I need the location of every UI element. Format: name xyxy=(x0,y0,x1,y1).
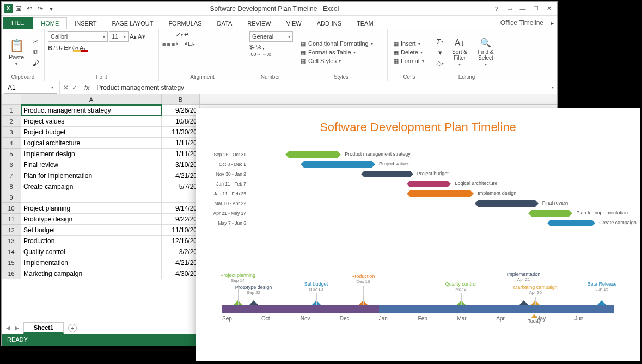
qat-dropdown-icon[interactable]: ▾ xyxy=(46,4,56,14)
tab-insert[interactable]: INSERT xyxy=(67,18,104,29)
cell[interactable]: Create campaign xyxy=(21,181,162,192)
italic-button[interactable]: I xyxy=(53,45,55,51)
sort-filter-button[interactable]: A↓ Sort & Filter▾ xyxy=(448,34,472,71)
align-middle-icon[interactable]: ≡ xyxy=(167,32,170,38)
cell[interactable]: 1/11/20 xyxy=(162,149,200,159)
close-icon[interactable]: ✕ xyxy=(543,4,555,14)
tab-formulas[interactable]: FORMULAS xyxy=(161,18,209,29)
row-header[interactable]: 2 xyxy=(2,116,21,127)
cell[interactable]: 3/10/20 xyxy=(162,159,200,170)
decrease-indent-icon[interactable]: ⇤ xyxy=(176,40,181,47)
name-box[interactable]: A1▾ xyxy=(4,82,57,94)
undo-icon[interactable]: ↶ xyxy=(25,4,34,14)
row-header[interactable]: 5 xyxy=(2,149,21,159)
office-timeline-button[interactable]: Office Timeline xyxy=(496,17,548,29)
sheet-nav-next-icon[interactable]: ▶ xyxy=(15,325,19,331)
align-center-icon[interactable]: ≡ xyxy=(167,41,170,47)
cell[interactable]: 4/30/20 xyxy=(162,268,200,279)
cell[interactable]: Final review xyxy=(21,159,162,170)
accounting-icon[interactable]: $▾ xyxy=(249,44,255,50)
cell[interactable]: Production xyxy=(21,236,162,246)
cell[interactable]: 9/26/20 xyxy=(162,105,200,116)
copy-icon[interactable]: ⧉ xyxy=(30,47,41,57)
fill-color-icon[interactable]: ◇▾ xyxy=(72,44,78,51)
help-icon[interactable]: ? xyxy=(491,4,503,14)
cell[interactable]: Prototype design xyxy=(21,214,162,225)
underline-button[interactable]: U▾ xyxy=(56,45,63,51)
minimize-icon[interactable]: — xyxy=(517,4,529,14)
cell[interactable]: 9/22/20 xyxy=(162,214,200,225)
cell[interactable] xyxy=(21,192,162,203)
row-header[interactable]: 9 xyxy=(2,192,21,203)
save-icon[interactable]: 🖫 xyxy=(14,4,23,14)
row-header[interactable]: 10 xyxy=(2,203,21,214)
cell[interactable]: Set budget xyxy=(21,225,162,236)
delete-cells-button[interactable]: ▦Delete▾ xyxy=(393,49,424,56)
column-header-b[interactable]: B xyxy=(162,94,200,104)
row-header[interactable]: 12 xyxy=(2,225,21,236)
formula-input[interactable]: Product management strategy xyxy=(93,81,548,94)
format-painter-icon[interactable]: 🖌 xyxy=(30,58,41,68)
tab-view[interactable]: VIEW xyxy=(279,18,309,29)
cell[interactable]: Project values xyxy=(21,116,162,127)
tab-data[interactable]: DATA xyxy=(210,18,240,29)
cell-styles-button[interactable]: ▦Cell Styles▾ xyxy=(301,58,373,65)
cell[interactable]: 4/21/20 xyxy=(162,257,200,268)
add-sheet-button[interactable]: + xyxy=(68,324,77,332)
wrap-text-icon[interactable]: ↵ xyxy=(184,31,189,38)
cell[interactable]: Marketing campaign xyxy=(21,268,162,279)
bold-button[interactable]: B xyxy=(48,45,52,51)
tab-pagelayout[interactable]: PAGE LAYOUT xyxy=(104,18,161,29)
redo-icon[interactable]: ↷ xyxy=(35,4,45,14)
cell[interactable]: 12/16/20 xyxy=(162,236,200,246)
paste-button[interactable]: 📋 Paste ▾ xyxy=(5,34,28,71)
row-header[interactable]: 8 xyxy=(2,181,21,192)
row-header[interactable]: 3 xyxy=(2,127,21,138)
cell[interactable]: 4/21/20 xyxy=(162,170,200,181)
tab-team[interactable]: TEAM xyxy=(349,18,381,29)
cell[interactable]: Implement design xyxy=(21,149,162,159)
format-cells-button[interactable]: ▦Format▾ xyxy=(393,58,424,65)
column-header-a[interactable]: A xyxy=(21,94,162,104)
cell[interactable]: Logical architecture xyxy=(21,138,162,149)
align-right-icon[interactable]: ≡ xyxy=(172,41,175,47)
cell[interactable]: 9/14/20 xyxy=(162,203,200,214)
increase-decimal-icon[interactable]: .00→ xyxy=(249,52,261,57)
format-as-table-button[interactable]: ▦Format as Table▾ xyxy=(301,49,373,56)
cell[interactable]: Plan for implementation xyxy=(21,170,162,181)
cell[interactable]: Project planning xyxy=(21,203,162,214)
number-format-select[interactable]: General▾ xyxy=(249,31,293,42)
row-header[interactable]: 7 xyxy=(2,170,21,181)
font-size-select[interactable]: 11▾ xyxy=(109,31,129,42)
borders-icon[interactable]: ⊞▾ xyxy=(64,44,71,51)
merge-center-icon[interactable]: ⊟▾ xyxy=(188,40,195,47)
cell[interactable]: 5/7/20 xyxy=(162,181,200,192)
align-bottom-icon[interactable]: ≡ xyxy=(172,32,175,38)
tab-addins[interactable]: ADD-INS xyxy=(309,18,349,29)
cell[interactable]: 11/10/20 xyxy=(162,225,200,236)
cell[interactable]: 3/2/20 xyxy=(162,246,200,257)
options-icon[interactable]: ▸ xyxy=(551,20,554,26)
cell[interactable]: Project budget xyxy=(21,127,162,138)
find-select-button[interactable]: 🔍 Find & Select▾ xyxy=(474,34,498,71)
sheet-nav-prev-icon[interactable]: ◀ xyxy=(6,325,10,331)
increase-indent-icon[interactable]: ⇥ xyxy=(182,40,187,47)
insert-cells-button[interactable]: ▦Insert▾ xyxy=(393,40,424,47)
tab-file[interactable]: FILE xyxy=(3,17,33,29)
fill-icon[interactable]: ▾ xyxy=(435,47,445,57)
expand-formula-icon[interactable]: ▾ xyxy=(548,85,557,90)
row-header[interactable]: 11 xyxy=(2,214,21,225)
orientation-icon[interactable]: ⤢▾ xyxy=(176,31,183,38)
align-top-icon[interactable]: ≡ xyxy=(162,32,166,38)
cancel-formula-icon[interactable]: ✕ xyxy=(63,84,69,91)
font-color-icon[interactable]: A▾ xyxy=(80,45,85,51)
row-header[interactable]: 16 xyxy=(2,268,21,279)
autosum-icon[interactable]: Σ▾ xyxy=(435,36,445,46)
font-name-select[interactable]: Calibri▾ xyxy=(48,31,108,42)
conditional-formatting-button[interactable]: ▦Conditional Formatting▾ xyxy=(301,40,373,47)
row-header[interactable]: 6 xyxy=(2,159,21,170)
align-left-icon[interactable]: ≡ xyxy=(162,41,166,47)
cell[interactable]: 11/30/20 xyxy=(162,127,200,138)
tab-review[interactable]: REVIEW xyxy=(240,18,278,29)
cell[interactable]: Quality control xyxy=(21,246,162,257)
